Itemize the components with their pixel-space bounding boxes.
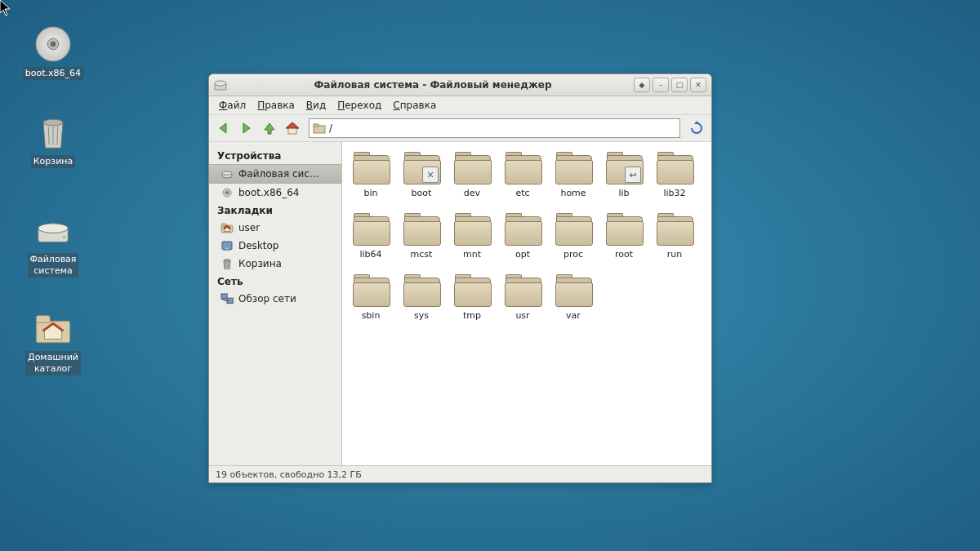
folder-icon <box>352 152 390 184</box>
folder-label: opt <box>499 249 546 260</box>
sidebar-heading: Сеть <box>209 273 341 290</box>
disc-icon <box>33 24 73 64</box>
drive-icon <box>33 211 73 250</box>
svg-rect-27 <box>225 247 228 249</box>
folder-icon <box>555 213 592 246</box>
folder-var[interactable]: var <box>550 274 597 321</box>
folder-icon <box>453 274 491 307</box>
desktop[interactable]: boot.x86_64КорзинаФайловаясистемаДомашни… <box>0 0 980 551</box>
folder-etc[interactable]: etc <box>499 152 546 198</box>
close-button[interactable]: ✕ <box>690 78 706 92</box>
menubar: ФайлПравкаВидПереходСправка <box>209 96 711 114</box>
folder-proc[interactable]: proc <box>550 213 597 260</box>
folder-icon <box>453 152 491 184</box>
titlebar[interactable]: Файловая система - Файловый менеджер ◆ –… <box>209 74 711 96</box>
folder-label: lib <box>600 188 648 198</box>
folder-label: etc <box>499 188 546 198</box>
sidebar-item-network[interactable]: Обзор сети <box>209 290 341 308</box>
folder-icon <box>504 213 541 246</box>
folder-icon <box>403 213 440 246</box>
menu-переход[interactable]: Переход <box>332 98 386 113</box>
shade-button[interactable]: ◆ <box>634 78 650 92</box>
folder-label: lib32 <box>651 188 698 198</box>
desktop-icon-home[interactable]: Домашнийкаталог <box>20 309 86 375</box>
minimize-button[interactable]: – <box>653 78 669 92</box>
statusbar: 19 объектов, свободно 13,2 ГБ <box>209 465 711 482</box>
file-manager-window: Файловая система - Файловый менеджер ◆ –… <box>208 73 712 483</box>
svg-point-29 <box>224 260 230 262</box>
trash-icon <box>220 257 234 270</box>
folder-bin[interactable]: bin <box>347 152 394 198</box>
disc-icon <box>220 186 234 199</box>
folder-home[interactable]: home <box>550 152 597 198</box>
desktop-icon-boot-media[interactable]: boot.x86_64 <box>20 24 86 80</box>
folder-dev[interactable]: dev <box>448 152 496 198</box>
content-area[interactable]: bin✕bootdevetchome↩liblib32lib64mcstmnto… <box>342 142 711 465</box>
folder-label: usr <box>499 310 546 321</box>
folder-lib32[interactable]: lib32 <box>651 152 698 198</box>
folder-lib64[interactable]: lib64 <box>347 213 394 260</box>
toolbar: / <box>209 114 711 142</box>
folder-sys[interactable]: sys <box>398 274 445 321</box>
svg-point-10 <box>63 236 65 238</box>
menu-вид[interactable]: Вид <box>301 98 331 113</box>
sidebar-item-label: boot.x86_64 <box>238 187 299 198</box>
folder-mcst[interactable]: mcst <box>398 213 445 260</box>
menu-файл[interactable]: Файл <box>214 98 251 113</box>
sidebar-item-label: Корзина <box>238 258 282 269</box>
back-button[interactable] <box>214 118 234 138</box>
folder-icon <box>605 213 643 246</box>
home-button[interactable] <box>283 118 302 138</box>
mouse-cursor <box>0 0 11 16</box>
menu-правка[interactable]: Правка <box>252 98 300 113</box>
sidebar-item-label: Файловая сис... <box>238 168 318 180</box>
folder-tmp[interactable]: tmp <box>448 274 496 321</box>
forward-button[interactable] <box>237 118 256 138</box>
symlink-emblem: ↩ <box>625 167 641 183</box>
sidebar-item-trash[interactable]: Корзина <box>209 255 341 273</box>
folder-icon <box>453 213 491 246</box>
refresh-button[interactable] <box>687 118 706 138</box>
folder-icon <box>352 213 390 246</box>
svg-point-4 <box>43 119 63 126</box>
folder-label: home <box>550 188 597 198</box>
svg-rect-33 <box>221 294 227 299</box>
menu-справка[interactable]: Справка <box>388 98 441 113</box>
svg-point-9 <box>38 224 68 233</box>
folder-icon <box>403 274 440 307</box>
sidebar-item-user[interactable]: user <box>209 219 341 237</box>
sidebar-heading: Устройства <box>209 147 341 164</box>
maximize-button[interactable]: □ <box>671 78 688 92</box>
svg-point-23 <box>226 192 228 193</box>
svg-point-19 <box>230 176 231 176</box>
folder-label: bin <box>347 188 394 198</box>
folder-label: mnt <box>448 249 496 260</box>
up-button[interactable] <box>260 118 279 138</box>
folder-label: sbin <box>347 310 394 321</box>
sidebar-item-label: Desktop <box>238 240 279 251</box>
folder-usr[interactable]: usr <box>499 274 546 321</box>
path-input[interactable]: / <box>309 118 680 138</box>
folder-icon: ✕ <box>403 152 440 184</box>
folder-icon <box>352 274 390 307</box>
desktop-icon-trash[interactable]: Корзина <box>20 113 86 168</box>
sidebar-item-desktop[interactable]: Desktop <box>209 237 341 255</box>
folder-icon <box>656 213 693 246</box>
home-icon <box>33 309 73 348</box>
svg-rect-25 <box>221 224 226 226</box>
folder-boot[interactable]: ✕boot <box>398 152 445 198</box>
desktop-icon-filesystem[interactable]: Файловаясистема <box>20 211 86 278</box>
folder-lib[interactable]: ↩lib <box>600 152 648 198</box>
folder-mnt[interactable]: mnt <box>448 213 496 260</box>
sidebar-item-boot-media[interactable]: boot.x86_64 <box>209 184 341 202</box>
folder-opt[interactable]: opt <box>499 213 546 260</box>
network-icon <box>220 292 234 305</box>
path-text: / <box>329 122 332 134</box>
folder-icon: ↩ <box>605 152 643 184</box>
desktop-icon-label: Файловаясистема <box>28 253 79 278</box>
folder-root[interactable]: root <box>600 213 648 260</box>
sidebar-item-filesystem[interactable]: Файловая сис... <box>209 164 341 184</box>
folder-icon <box>656 152 693 184</box>
folder-sbin[interactable]: sbin <box>347 274 394 321</box>
folder-run[interactable]: run <box>651 213 698 260</box>
